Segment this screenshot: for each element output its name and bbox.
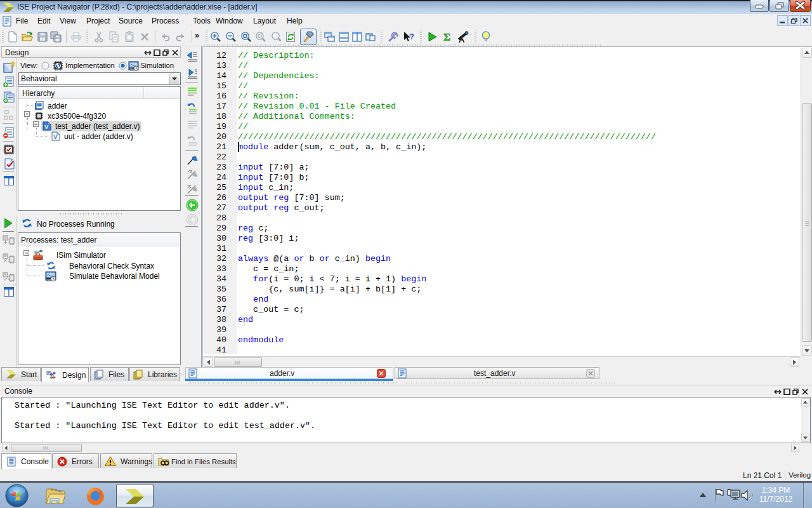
svg-text:?: ? [409,32,414,41]
svg-text:Σ: Σ [443,31,450,43]
svg-text:V: V [53,134,57,140]
svg-text:V: V [44,124,48,130]
